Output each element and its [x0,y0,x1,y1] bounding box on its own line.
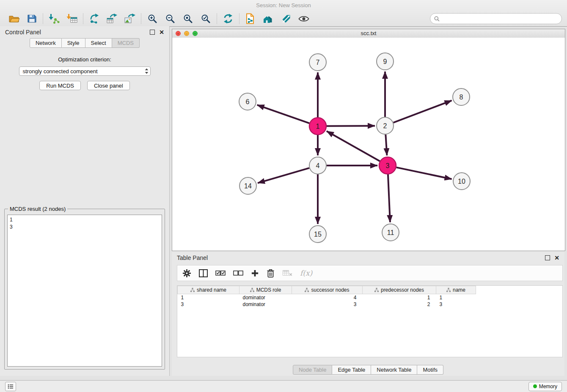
export-image-button[interactable] [121,12,139,25]
tab-network-table[interactable]: Network Table [371,365,417,375]
window-header: Session: New Session [0,0,567,27]
float-panel-icon[interactable] [150,30,155,35]
search-box[interactable] [430,13,562,24]
import-table-icon [66,14,77,24]
node-8[interactable]: 8 [453,88,470,105]
export-network-button[interactable] [85,12,103,25]
column-header-mcds-role[interactable]: MCDS role [239,286,292,294]
edge-4-14[interactable] [258,168,309,183]
deselect-all-columns-button[interactable] [233,270,243,276]
delete-column-button[interactable] [267,269,275,278]
share-document-button[interactable] [242,12,259,25]
edge-3-10[interactable] [396,167,452,179]
close-panel-button[interactable]: Close panel [87,81,130,90]
control-panel-title: Control Panel [5,29,41,36]
table-cell[interactable]: 3 [292,301,363,308]
refresh-icon [223,14,233,24]
function-builder-button[interactable]: f(x) [300,269,312,277]
zoom-out-button[interactable] [161,12,179,25]
node-label: 2 [383,122,387,130]
import-network-icon [49,14,60,24]
table-cell[interactable]: dominator [239,294,292,301]
create-column-button[interactable] [251,269,259,277]
tab-node-table[interactable]: Node Table [293,365,333,375]
table-row[interactable]: 1dominator411 [178,294,483,301]
task-history-button[interactable] [5,382,16,391]
node-14[interactable]: 14 [239,177,256,194]
tab-network[interactable]: Network [30,38,62,48]
show-graphics-button[interactable] [295,12,313,25]
node-label: 14 [244,182,252,190]
search-input[interactable] [442,15,558,22]
close-panel-icon[interactable]: ✕ [159,30,164,34]
table-cell[interactable]: 1 [363,294,436,301]
save-session-button[interactable] [23,12,41,25]
open-session-button[interactable] [5,12,23,25]
zoom-window-button[interactable]: + [193,31,198,36]
run-mcds-button[interactable]: Run MCDS [39,81,81,90]
edge-3-1[interactable] [327,131,380,161]
float-table-panel-icon[interactable] [545,255,550,260]
tab-motifs[interactable]: Motifs [417,365,443,375]
table-cell[interactable]: 4 [292,294,363,301]
table-settings-button[interactable] [182,269,191,278]
zoom-fit-icon [183,14,193,23]
table-cell[interactable]: 3 [178,301,239,308]
edge-1-2[interactable] [327,126,375,126]
minimize-window-button[interactable]: − [184,31,189,36]
close-window-button[interactable]: × [176,31,181,36]
column-header-name[interactable]: name [436,286,476,294]
zoom-fit-button[interactable] [179,12,197,25]
node-11[interactable]: 11 [382,224,399,241]
column-header-predecessor-nodes[interactable]: predecessor nodes [363,286,436,294]
import-table-button[interactable] [63,12,81,25]
trash-icon [267,269,275,278]
table-cell[interactable]: 1 [436,294,476,301]
node-9[interactable]: 9 [377,53,394,70]
delete-table-button[interactable] [282,270,292,276]
edge-1-6[interactable] [257,105,310,123]
column-header-shared-name[interactable]: shared name [178,286,239,294]
tab-edge-table[interactable]: Edge Table [332,365,371,375]
zoom-selected-button[interactable] [197,12,215,25]
node-4[interactable]: 4 [309,157,326,174]
table-row[interactable]: 3dominator323 [178,301,483,308]
show-column-panel-button[interactable] [199,269,208,277]
node-label: 8 [460,94,463,101]
refresh-layout-button[interactable] [219,12,237,25]
home-button[interactable] [259,12,277,25]
table-cell[interactable]: dominator [239,301,292,308]
plus-icon [251,269,259,277]
column-header-successor-nodes[interactable]: successor nodes [292,286,363,294]
tab-select[interactable]: Select [85,38,112,48]
table-cell[interactable]: 3 [436,301,476,308]
node-1[interactable]: 1 [309,118,326,135]
edge-3-11[interactable] [388,174,390,222]
close-table-panel-icon[interactable]: ✕ [554,256,559,260]
network-graph[interactable]: 7968124314101511 [172,38,565,251]
node-2[interactable]: 2 [377,117,394,134]
node-3[interactable]: 3 [379,157,396,174]
tab-style[interactable]: Style [62,38,85,48]
node-7[interactable]: 7 [309,54,326,71]
node-label: 6 [246,98,250,105]
node-15[interactable]: 15 [309,226,326,243]
optimization-criterion-dropdown[interactable]: strongly connected component [19,66,151,76]
network-canvas[interactable]: 7968124314101511 [172,38,565,251]
edge-2-8[interactable] [394,100,452,122]
node-6[interactable]: 6 [239,93,256,110]
edge-2-3[interactable] [385,135,387,155]
import-network-button[interactable] [45,12,63,25]
control-panel-tabs: NetworkStyleSelectMCDS [0,38,169,48]
zoom-selected-icon [201,14,210,23]
node-10[interactable]: 10 [453,173,470,190]
label-tag-button[interactable] [277,12,295,25]
select-all-columns-button[interactable] [215,270,226,276]
export-table-button[interactable] [103,12,121,25]
table-cell[interactable]: 2 [363,301,436,308]
zoom-in-button[interactable] [143,12,161,25]
memory-button[interactable]: Memory [528,382,562,391]
table-cell[interactable]: 1 [178,294,239,301]
node-table[interactable]: shared nameMCDS rolesuccessor nodesprede… [177,285,563,357]
tab-mcds[interactable]: MCDS [112,38,140,48]
